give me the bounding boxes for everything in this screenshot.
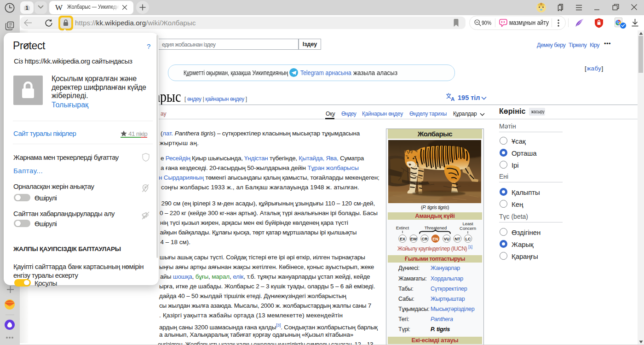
svg-text:EW: EW	[410, 237, 417, 241]
svg-text:A: A	[451, 96, 454, 101]
svg-text:EX: EX	[400, 237, 405, 241]
svg-text:CR: CR	[422, 237, 428, 241]
svg-text:Threatened: Threatened	[425, 225, 447, 230]
svg-text:EN: EN	[432, 237, 438, 241]
svg-text:NT: NT	[455, 237, 460, 241]
svg-text:Extinct: Extinct	[396, 225, 409, 230]
svg-text:1: 1	[25, 5, 28, 11]
svg-text:LC: LC	[466, 237, 471, 241]
svg-text:VU: VU	[444, 237, 450, 241]
svg-text:Concern: Concern	[460, 226, 476, 231]
